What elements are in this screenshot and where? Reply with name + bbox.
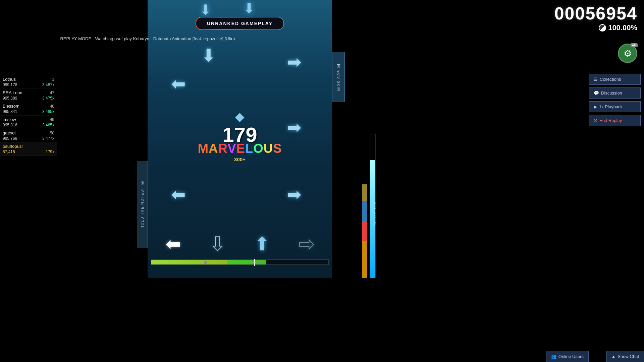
lb-name-4: imslow 49 xyxy=(3,117,54,122)
receptor-right: ➡ xyxy=(299,233,314,255)
online-users-button[interactable]: 👥 Online Users xyxy=(546,351,589,362)
settings-button[interactable]: ⚙ AU xyxy=(618,44,637,63)
lb-rank-2: 47 xyxy=(50,90,54,95)
diamond-shape: ◆ xyxy=(222,111,257,123)
online-users-label: Online Users xyxy=(558,354,584,359)
letter-S: S xyxy=(273,141,282,156)
hold-notes-label: HOLD THE NOTES! xyxy=(141,188,144,228)
progress-cursor xyxy=(254,259,255,266)
progress-marker-2 xyxy=(258,261,260,264)
lb-entry-3: Blessom 48 995,841 3,485x xyxy=(0,102,57,116)
lb-player-name-3: Blessom xyxy=(3,104,19,109)
health-bar-label: HEALTH BAR xyxy=(373,201,376,227)
receptor-left: ⬅ xyxy=(165,233,181,255)
lb-stats-4: 995,816 3,465x xyxy=(3,123,54,127)
receptor-down: ⬇ xyxy=(210,233,225,255)
collections-button[interactable]: ☰ Collections xyxy=(589,74,641,85)
show-chat-button[interactable]: ▲ Show Chat xyxy=(606,351,644,362)
lb-rank-5: 50 xyxy=(50,131,54,135)
collections-label: Collections xyxy=(600,77,621,82)
accuracy-icon xyxy=(599,24,606,32)
key-receptors: ⬅ ⬇ ⬆ ➡ xyxy=(148,233,332,255)
lb-stats-3: 995,841 3,485x xyxy=(3,109,54,114)
svg-rect-1 xyxy=(362,241,367,278)
ecs-icon: ⊞ xyxy=(336,63,340,68)
letter-A: A xyxy=(209,141,218,156)
letter-L: L xyxy=(245,141,253,156)
unranked-text: UNRANKED GAMEPLAY xyxy=(197,18,283,29)
arrow-note-left-lower: ⬅ xyxy=(171,184,186,204)
discussion-icon: 💬 xyxy=(594,90,599,96)
lb-entry-4: imslow 49 995,816 3,465x xyxy=(0,116,57,129)
collections-icon: ☰ xyxy=(594,77,598,82)
marvelous-letters: MARVELOUS xyxy=(198,141,282,156)
letter-V: V xyxy=(227,141,236,156)
lb-score-5: 995,768 xyxy=(3,136,17,141)
letter-U: U xyxy=(264,141,273,156)
lb-score-current: 57,415 xyxy=(3,149,15,154)
end-replay-label: End Replay xyxy=(599,118,622,123)
letter-R: R xyxy=(218,141,228,156)
svg-rect-3 xyxy=(362,201,367,221)
lb-player-name-4: imslow xyxy=(3,117,16,122)
ecs-skin-label: ECS SKIN xyxy=(337,70,340,92)
arrow-note-right-lower: ➡ xyxy=(287,184,302,204)
playback-button[interactable]: ▶ 1x Playback xyxy=(589,101,641,112)
gear-icon: ⚙ xyxy=(624,48,632,59)
show-chat-icon: ▲ xyxy=(611,354,616,359)
lb-name-3: Blessom 48 xyxy=(3,104,54,109)
svg-rect-2 xyxy=(362,221,367,241)
lb-score-2: 995,889 xyxy=(3,96,17,101)
right-buttons-panel: ☰ Collections 💬 Discussion ▶ 1x Playback… xyxy=(589,74,641,126)
lb-combo-3: 3,485x xyxy=(42,109,54,114)
accuracy-value: 100.00% xyxy=(608,23,637,32)
playback-label: 1x Playback xyxy=(599,104,623,109)
lb-stats-5: 995,768 3,477x xyxy=(3,136,54,141)
receptor-up: ⬆ xyxy=(254,233,270,255)
arrow-note-mid-left: ⬅ xyxy=(171,74,186,94)
letter-M: M xyxy=(198,141,209,156)
arrow-note-top-left: ⬇ xyxy=(200,2,211,18)
lb-score-3: 995,841 xyxy=(3,109,17,114)
lb-entry-1: Lothus 1 999,178 3,487x xyxy=(0,75,57,89)
lb-combo-4: 3,465x xyxy=(42,123,54,127)
hold-notes-tab[interactable]: ⊞ HOLD THE NOTES! xyxy=(137,161,148,248)
lb-entry-2: ERA Leon 47 995,889 3,475x xyxy=(0,89,57,102)
end-replay-button[interactable]: ✕ End Replay xyxy=(589,115,641,126)
hold-notes-icon: ⊞ xyxy=(141,180,144,185)
show-chat-label: Show Chat xyxy=(618,354,639,359)
game-area: UNRANKED GAMEPLAY ⬇ ⬇ ⬅ ➡ ⬇ ➡ ⬅ ➡ ◆ 179 … xyxy=(148,0,332,278)
online-users-icon: 👥 xyxy=(551,354,556,359)
end-replay-icon: ✕ xyxy=(594,118,597,123)
lb-stats-current: 57,415 179x xyxy=(3,149,54,154)
lb-player-name-current: osu!topus! xyxy=(3,144,23,149)
leaderboard-panel: Lothus 1 999,178 3,487x ERA Leon 47 995,… xyxy=(0,74,57,158)
lb-entry-5: gaesol 50 995,768 3,477x xyxy=(0,129,57,142)
playback-icon: ▶ xyxy=(594,104,597,109)
lb-player-name-5: gaesol xyxy=(3,130,15,135)
lb-rank-4: 49 xyxy=(50,117,54,122)
combo-area: ◆ 179 xyxy=(222,111,257,146)
discussion-label: Discussion xyxy=(601,90,622,96)
judgment-text: MARVELOUS 300+ xyxy=(198,141,282,162)
arrow-note-top-center: ⬇ xyxy=(243,0,255,16)
letter-O: O xyxy=(253,141,264,156)
score-accuracy-row: 100.00% xyxy=(554,23,637,32)
lb-stats-1: 999,178 3,487x xyxy=(3,82,54,87)
discussion-button[interactable]: 💬 Discussion xyxy=(589,87,641,99)
arrow-note-right-mid: ➡ xyxy=(287,117,302,137)
au-badge: AU xyxy=(631,43,638,47)
lb-name-5: gaesol 50 xyxy=(3,130,54,135)
lb-combo-5: 3,477x xyxy=(42,136,54,141)
progress-bar xyxy=(151,259,329,265)
lb-name-1: Lothus 1 xyxy=(3,77,54,82)
lb-name-current: osu!topus! xyxy=(3,144,54,149)
performance-chart xyxy=(361,134,369,278)
ecs-skin-tab[interactable]: ⊞ ECS SKIN xyxy=(332,52,345,102)
lb-score-1: 999,178 xyxy=(3,82,17,87)
score-number: 00056954 xyxy=(554,3,637,23)
lb-rank-1: 1 xyxy=(52,77,54,82)
lb-entry-current: osu!topus! 57,415 179x xyxy=(0,142,57,156)
svg-rect-4 xyxy=(362,184,367,201)
score-display: 00056954 100.00% xyxy=(548,0,644,36)
